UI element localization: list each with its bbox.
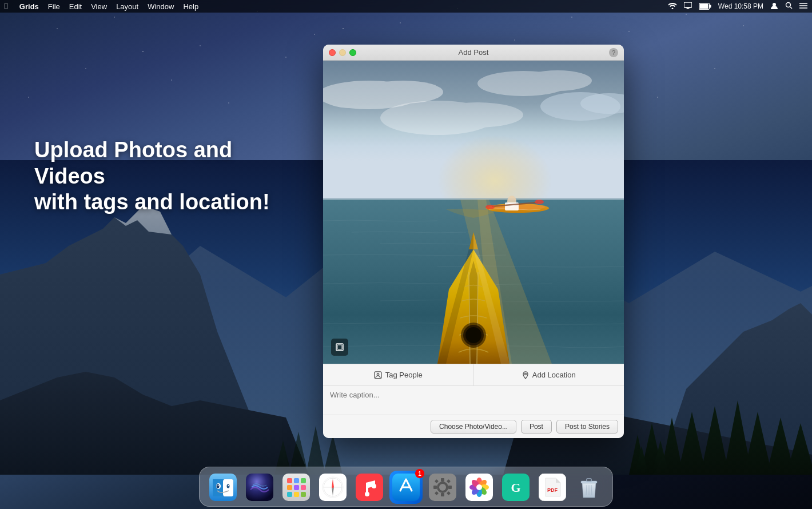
svg-point-45 [535,200,544,204]
window-help-button[interactable]: ? [609,48,618,57]
dock-item-grammarly[interactable]: G [499,471,532,504]
promo-text: Upload Photos and Videos with tags and l… [34,137,309,216]
svg-point-66 [218,485,219,486]
svg-rect-94 [441,493,444,496]
dock: 1 [199,467,613,507]
svg-point-92 [439,484,446,491]
apple-menu-icon[interactable]:  [5,1,8,11]
svg-point-88 [372,484,376,488]
svg-rect-73 [287,485,292,490]
svg-point-32 [523,70,592,91]
menu-help[interactable]: Help [183,2,198,11]
dock-item-system-preferences[interactable] [426,471,459,504]
svg-rect-16 [684,2,692,7]
add-post-window: Add Post ? [323,45,624,438]
control-center-icon[interactable] [799,2,807,11]
post-button[interactable]: Post [521,420,552,434]
svg-line-22 [790,7,792,9]
appstore-badge: 1 [415,469,424,478]
caption-input[interactable] [330,391,617,408]
dock-item-launchpad[interactable] [280,471,313,504]
svg-rect-119 [587,479,591,482]
svg-point-44 [485,205,495,209]
svg-rect-18 [699,4,708,9]
svg-point-65 [227,484,230,488]
battery-icon [699,3,711,10]
svg-point-110 [476,484,482,490]
dock-item-trash[interactable] [572,471,606,504]
post-form-panel: Tag People Add Location Choose Photo/Vid… [323,364,624,438]
action-bar: Choose Photo/Video... Post Post to Stori… [323,415,624,438]
tag-location-bar: Tag People Add Location [323,364,624,386]
svg-point-87 [365,492,369,496]
svg-point-55 [524,373,526,375]
airplay-icon[interactable] [684,2,692,11]
window-maximize-button[interactable] [349,49,356,56]
add-location-label: Add Location [532,371,576,379]
dock-item-music[interactable] [353,471,386,504]
svg-rect-70 [287,478,292,483]
wifi-icon[interactable] [668,2,677,11]
svg-rect-72 [301,478,306,483]
tag-people-label: Tag People [385,371,423,379]
svg-point-30 [323,88,380,108]
svg-text:PDF: PDF [547,487,558,493]
dock-item-photos[interactable] [463,471,496,504]
svg-rect-78 [301,492,306,497]
menu-layout[interactable]: Layout [116,2,138,11]
window-titlebar: Add Post ? [323,45,624,61]
svg-rect-71 [294,478,299,483]
svg-rect-77 [294,492,299,497]
dock-item-finder[interactable] [206,471,240,504]
svg-rect-76 [287,492,292,497]
svg-point-21 [786,3,791,7]
svg-point-54 [377,373,379,375]
photo-format-button[interactable] [331,339,348,356]
photo-preview-area [323,61,624,364]
menubar-time: Wed 10:58 PM [718,2,763,10]
menu-view[interactable]: View [91,2,107,11]
svg-text:G: G [511,480,520,495]
add-location-button[interactable]: Add Location [474,364,624,385]
svg-rect-19 [709,5,711,8]
dock-item-safari[interactable] [316,471,349,504]
svg-rect-75 [301,485,306,490]
svg-point-64 [217,484,220,488]
svg-point-34 [432,102,523,128]
svg-rect-96 [448,486,452,489]
svg-rect-52 [337,345,342,349]
menu-window[interactable]: Window [148,2,174,11]
svg-point-67 [228,485,229,486]
svg-rect-74 [294,485,299,490]
user-icon[interactable] [770,2,778,11]
dock-item-appstore[interactable]: 1 [389,471,423,504]
window-minimize-button [339,49,346,56]
tag-people-button[interactable]: Tag People [323,364,474,385]
app-name-menu[interactable]: Grids [19,2,39,11]
window-close-button[interactable] [329,49,336,56]
menu-file[interactable]: File [48,2,60,11]
search-icon[interactable] [785,2,793,11]
dock-item-siri[interactable] [243,471,276,504]
caption-area [323,386,624,415]
svg-point-50 [465,327,481,343]
kayak-image [323,61,624,364]
post-to-stories-button[interactable]: Post to Stories [556,420,618,434]
svg-rect-95 [433,486,437,489]
dock-item-pdf-expert[interactable]: PDF [536,471,569,504]
choose-photo-button[interactable]: Choose Photo/Video... [431,420,516,434]
window-title: Add Post [459,48,489,57]
svg-rect-93 [441,478,444,482]
menu-edit[interactable]: Edit [69,2,82,11]
menubar:  Grids File Edit View Layout Window Hel… [0,0,812,13]
